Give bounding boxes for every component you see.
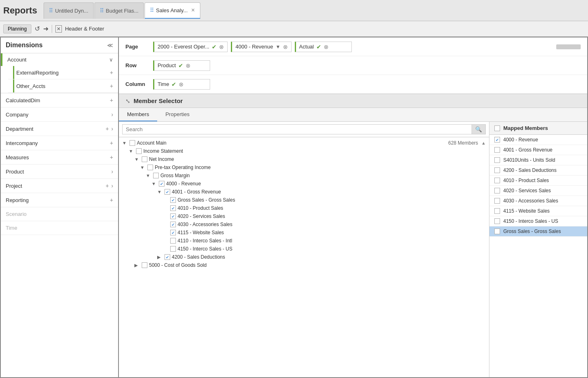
cb-4030[interactable]: ✔ — [170, 222, 176, 227]
dim-project[interactable]: Project + › — [1, 179, 118, 193]
mapped-cb-4115[interactable] — [494, 208, 500, 214]
dim-measures[interactable]: Measures + — [1, 150, 118, 165]
dim-other-accts-plus[interactable]: + — [110, 83, 113, 89]
mapped-cb-gross-sales[interactable] — [494, 229, 500, 234]
mapped-cb-4001[interactable] — [494, 147, 500, 153]
ms-tab-properties[interactable]: Properties — [157, 108, 197, 121]
tree-node-5000[interactable]: ▶ 5000 - Cost of Goods Sold — [119, 261, 489, 269]
dim-intercompany[interactable]: Intercompany + — [1, 136, 118, 150]
ms-collapse-icon[interactable]: ⤡ — [125, 98, 130, 104]
sidebar-collapse-icon[interactable]: ≪ — [107, 42, 113, 48]
tab-sales[interactable]: ⠿ Sales Analy... ✕ — [145, 2, 200, 19]
page-scrollbar[interactable] — [556, 44, 581, 49]
dim-department-arrow[interactable]: › — [111, 125, 113, 132]
toggle-income-stmt[interactable]: ▼ — [129, 149, 134, 154]
tree-node-4020[interactable]: ✔ 4020 - Services Sales — [119, 212, 489, 220]
tab-budget[interactable]: ⠿ Budget Flas... — [94, 2, 144, 19]
dim-calculated[interactable]: CalculatedDim + — [1, 93, 118, 108]
page-pill-2-close[interactable]: ⊗ — [283, 44, 288, 50]
mapped-item-4001[interactable]: 4001 - Gross Revenue — [489, 145, 587, 155]
dim-reporting-plus[interactable]: + — [110, 197, 113, 203]
mapped-cb-4150[interactable] — [494, 218, 500, 224]
row-pill-1-close[interactable]: ⊗ — [186, 62, 191, 69]
dim-project-plus[interactable]: + — [105, 182, 109, 189]
dim-department-plus[interactable]: + — [105, 125, 109, 132]
mapped-cb-4020[interactable] — [494, 188, 500, 193]
mapped-cb-4200[interactable] — [494, 167, 500, 173]
toggle-4000[interactable]: ▼ — [151, 181, 157, 186]
search-input[interactable] — [122, 124, 472, 134]
mapped-cb-s4010[interactable] — [494, 157, 500, 163]
dim-product-arrow[interactable]: › — [111, 168, 113, 175]
col-pill-1[interactable]: Time ✔ ⊗ — [153, 79, 210, 90]
cb-4020[interactable]: ✔ — [170, 213, 176, 219]
mapped-item-4200[interactable]: 4200 - Sales Deductions — [489, 165, 587, 176]
cb-account-main[interactable] — [129, 140, 135, 146]
tree-node-account-main[interactable]: ▼ Account Main 628 Members ▲ — [119, 139, 489, 147]
cb-5000[interactable] — [142, 262, 147, 268]
mapped-item-4150[interactable]: 4150 - Interco Sales - US — [489, 216, 587, 226]
search-button[interactable]: 🔍 — [472, 124, 486, 134]
cb-pretax[interactable] — [147, 165, 153, 170]
dim-project-arrow[interactable]: › — [111, 182, 113, 189]
cb-4110[interactable] — [170, 238, 176, 244]
toggle-4001[interactable]: ▼ — [157, 189, 163, 194]
mapped-item-4000[interactable]: ✔ 4000 - Revenue — [489, 135, 587, 145]
tab-untitled[interactable]: ⠿ Untitled Dyn... — [44, 2, 94, 19]
tree-node-4200[interactable]: ▶ ✔ 4200 - Sales Deductions — [119, 253, 489, 261]
tree-node-pretax[interactable]: ▼ Pre-tax Operating Income — [119, 163, 489, 171]
dim-intercompany-plus[interactable]: + — [110, 140, 113, 146]
dim-account-row[interactable]: Account ∨ — [1, 53, 118, 66]
mapped-header-cb[interactable] — [494, 125, 500, 131]
mapped-cb-4010[interactable] — [494, 178, 500, 183]
toggle-gross-margin[interactable]: ▼ — [146, 173, 151, 178]
mapped-item-4010[interactable]: 4010 - Product Sales — [489, 176, 587, 186]
tree-node-4115[interactable]: ✔ 4115 - Website Sales — [119, 229, 489, 237]
dim-other-accts[interactable]: Other_Accts + — [8, 79, 118, 93]
tree-node-4030[interactable]: ✔ 4030 - Accessories Sales — [119, 220, 489, 229]
dim-company-arrow[interactable]: › — [111, 111, 113, 118]
page-pill-3-close[interactable]: ⊗ — [324, 44, 329, 50]
tree-node-4000[interactable]: ▼ ✔ 4000 - Revenue — [119, 180, 489, 188]
cb-4001[interactable]: ✔ — [165, 189, 170, 195]
tree-node-gross-margin[interactable]: ▼ Gross Margin — [119, 171, 489, 180]
dim-ext-reporting[interactable]: ExternalReporting + — [8, 66, 118, 79]
row-pill-1[interactable]: Product ✔ ⊗ — [153, 60, 210, 71]
cb-4000[interactable]: ✔ — [159, 181, 165, 187]
cb-4010[interactable]: ✔ — [170, 205, 176, 211]
cb-4200[interactable]: ✔ — [165, 254, 170, 260]
tab-close-sales[interactable]: ✕ — [191, 7, 195, 13]
toggle-5000[interactable]: ▶ — [134, 263, 140, 268]
tree-node-gross-sales[interactable]: ✔ Gross Sales - Gross Sales — [119, 196, 489, 204]
cb-4150[interactable] — [170, 246, 176, 252]
tree-node-income-stmt[interactable]: ▼ Income Statement — [119, 147, 489, 155]
cb-net-income[interactable] — [142, 156, 147, 162]
tree-node-4010[interactable]: ✔ 4010 - Product Sales — [119, 204, 489, 212]
toggle-net-income[interactable]: ▼ — [134, 157, 140, 162]
cb-4115[interactable]: ✔ — [170, 230, 176, 235]
mapped-cb-4030[interactable] — [494, 198, 500, 204]
cb-gross-margin[interactable] — [153, 173, 159, 178]
mapped-item-s4010[interactable]: S4010Units - Units Sold — [489, 155, 587, 165]
toggle-account-main[interactable]: ▼ — [122, 141, 128, 145]
planning-button[interactable]: Planning — [3, 24, 31, 33]
mapped-item-gross-sales[interactable]: Gross Sales - Gross Sales — [489, 226, 587, 237]
cb-gross-sales[interactable]: ✔ — [170, 197, 176, 203]
refresh-icon[interactable]: ↺ — [35, 25, 40, 33]
mapped-cb-4000[interactable]: ✔ — [494, 137, 500, 143]
page-pill-3[interactable]: Actual ✔ ⊗ — [295, 42, 352, 52]
dim-company[interactable]: Company › — [1, 108, 118, 122]
ms-tab-members[interactable]: Members — [119, 108, 157, 121]
cb-income-stmt[interactable] — [136, 148, 142, 154]
dim-measures-plus[interactable]: + — [110, 154, 113, 160]
col-pill-1-close[interactable]: ⊗ — [179, 81, 184, 88]
tree-node-4110[interactable]: 4110 - Interco Sales - Intl — [119, 237, 489, 245]
dim-calculated-plus[interactable]: + — [110, 97, 113, 103]
tree-node-4150[interactable]: 4150 - Interco Sales - US — [119, 245, 489, 253]
dim-reporting[interactable]: Reporting + — [1, 193, 118, 207]
dim-product[interactable]: Product › — [1, 165, 118, 179]
page-pill-1-close[interactable]: ⊗ — [219, 44, 224, 50]
toggle-pretax[interactable]: ▼ — [140, 165, 146, 170]
page-pill-2[interactable]: 4000 - Revenue ▼ ⊗ — [231, 42, 291, 52]
arrow-right-icon[interactable]: ➜ — [43, 25, 48, 33]
